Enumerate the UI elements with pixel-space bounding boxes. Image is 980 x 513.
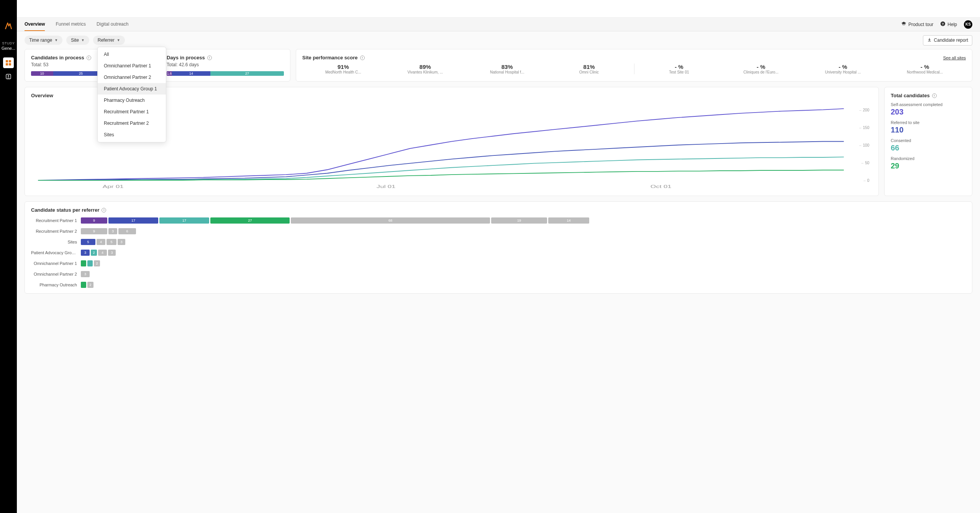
filter-time-range[interactable]: Time range▼ (25, 36, 62, 45)
dropdown-item[interactable]: Sites (98, 129, 166, 141)
tc-value: 29 (891, 162, 966, 170)
tc-value: 110 (891, 126, 966, 134)
svg-rect-3 (9, 63, 11, 65)
status-segment: 14 (548, 217, 589, 224)
tab-digital-outreach[interactable]: Digital outreach (97, 18, 128, 31)
dropdown-item[interactable]: Omnichannel Partner 1 (98, 60, 166, 72)
site-score-item: - %University Hospital ... (802, 64, 884, 74)
status-segment: 9 (81, 228, 107, 234)
svg-text:?: ? (942, 22, 944, 26)
tab-overview[interactable]: Overview (25, 18, 45, 31)
chart-series-line (38, 170, 844, 180)
product-tour-link[interactable]: Product tour (901, 21, 933, 28)
site-score-label: Omni Clinic (548, 70, 630, 74)
card-title: Days in process (167, 55, 205, 60)
card-title: Site performance score (302, 55, 358, 60)
info-icon[interactable]: i (360, 56, 365, 60)
product-tour-label: Product tour (908, 22, 933, 27)
status-segment (81, 282, 86, 288)
status-bar: 3243 (81, 250, 966, 256)
dropdown-item[interactable]: All (98, 49, 166, 60)
candidate-report-button[interactable]: Candidate report (923, 35, 972, 46)
bar-segment: 14 (172, 71, 210, 76)
filter-bar: Time range▼ Site▼ Referrer▼ Candidate re… (17, 31, 980, 49)
info-icon[interactable]: i (87, 56, 91, 60)
status-segment: 3 (81, 271, 90, 277)
info-icon[interactable]: i (207, 56, 212, 60)
card-title: Candidate status per referrer (31, 207, 99, 213)
filter-referrer[interactable]: Referrer▼ (93, 36, 125, 45)
status-segment: 19 (491, 217, 547, 224)
status-row-label: Recruitment Partner 2 (31, 229, 81, 234)
site-score-item: - %Cliniques de l'Euro... (720, 64, 802, 74)
site-score-item: 81%Omni Clinic (548, 64, 630, 74)
svg-rect-1 (9, 60, 11, 62)
status-row: Omnichannel Partner 23 (31, 271, 966, 277)
card-total: Total: 42.6 days (167, 62, 284, 67)
site-score-value: 89% (384, 64, 466, 70)
see-all-sites-link[interactable]: See all sites (943, 56, 966, 60)
site-score-value: 91% (302, 64, 384, 70)
dropdown-item[interactable]: Recruitment Partner 2 (98, 118, 166, 129)
chart-x-tick: Jul 01 (377, 184, 396, 189)
info-icon[interactable]: i (932, 93, 937, 98)
svg-rect-0 (6, 60, 8, 62)
tab-bar: OverviewFunnel metricsDigital outreach P… (17, 18, 980, 31)
status-row-label: Omnichannel Partner 2 (31, 272, 81, 276)
info-icon[interactable]: i (102, 208, 106, 212)
site-score-item: - %Northwood Medical... (884, 64, 966, 74)
app-logo-icon (4, 21, 13, 31)
nav-person-icon[interactable] (3, 71, 14, 82)
tc-label: Randomized (891, 156, 966, 161)
status-segment: 17 (159, 217, 209, 224)
study-name: Gene... (1, 46, 16, 51)
status-row-label: Recruitment Partner 1 (31, 218, 81, 223)
chevron-down-icon: ▼ (117, 38, 120, 42)
chart-x-tick: Oct 01 (651, 184, 672, 189)
dropdown-item[interactable]: Patient Advocacy Group 1 (98, 83, 166, 95)
dropdown-item[interactable]: Pharmacy Outreach (98, 95, 166, 106)
tc-label: Self-assessment completed (891, 102, 966, 107)
site-score-label: Vivantes Klinikum, ... (384, 70, 466, 74)
chart-y-tick: – 150 (859, 125, 869, 129)
help-icon: ? (940, 21, 946, 28)
status-row: Recruitment Partner 19171727681914 (31, 217, 966, 224)
card-status-per-referrer: Candidate status per referreri Recruitme… (25, 201, 972, 294)
dropdown-item[interactable]: Recruitment Partner 1 (98, 106, 166, 118)
status-segment: 9 (81, 217, 107, 224)
status-segment: 3 (108, 250, 116, 256)
total-candidate-item: Referred to site110 (891, 120, 966, 134)
total-candidate-item: Consented66 (891, 138, 966, 152)
site-score-item: 89%Vivantes Klinikum, ... (384, 64, 466, 74)
user-avatar[interactable]: KS (964, 20, 972, 29)
candidate-report-label: Candidate report (934, 38, 968, 43)
site-score-label: Test Site 01 (638, 70, 720, 74)
status-row-label: Pharmacy Outreach (31, 283, 81, 287)
bar-segment: 27 (210, 71, 284, 76)
site-score-value: - % (638, 64, 720, 70)
dropdown-item[interactable]: Omnichannel Partner 2 (98, 72, 166, 83)
card-site-performance: Site performance scorei See all sites 91… (296, 49, 972, 82)
bar-segment: 1.6 (167, 71, 172, 76)
svg-point-5 (8, 75, 9, 77)
tab-funnel-metrics[interactable]: Funnel metrics (56, 18, 86, 31)
status-segment: 5 (81, 239, 95, 245)
chart-y-tick: – 100 (859, 143, 869, 147)
site-score-label: University Hospital ... (802, 70, 884, 74)
help-label: Help (947, 22, 957, 27)
referrer-dropdown: AllOmnichannel Partner 1Omnichannel Part… (97, 47, 166, 142)
card-total-candidates: Total candidatesi Self-assessment comple… (884, 87, 972, 196)
chart-y-tick: – 0 (864, 178, 869, 182)
filter-site[interactable]: Site▼ (66, 36, 89, 45)
site-score-label: Cliniques de l'Euro... (720, 70, 802, 74)
status-row: Pharmacy Outreach2 (31, 282, 966, 288)
status-bar: 5453 (81, 239, 966, 245)
status-segment: 4 (97, 239, 105, 245)
help-link[interactable]: ? Help (940, 21, 957, 28)
site-score-value: 83% (466, 64, 548, 70)
nav-dashboard-icon[interactable] (3, 57, 14, 68)
site-score-value: - % (802, 64, 884, 70)
status-row: Patient Advocacy Grou...3243 (31, 250, 966, 256)
chart-x-tick: Apr 01 (103, 184, 124, 189)
status-segment: 2 (94, 260, 100, 266)
